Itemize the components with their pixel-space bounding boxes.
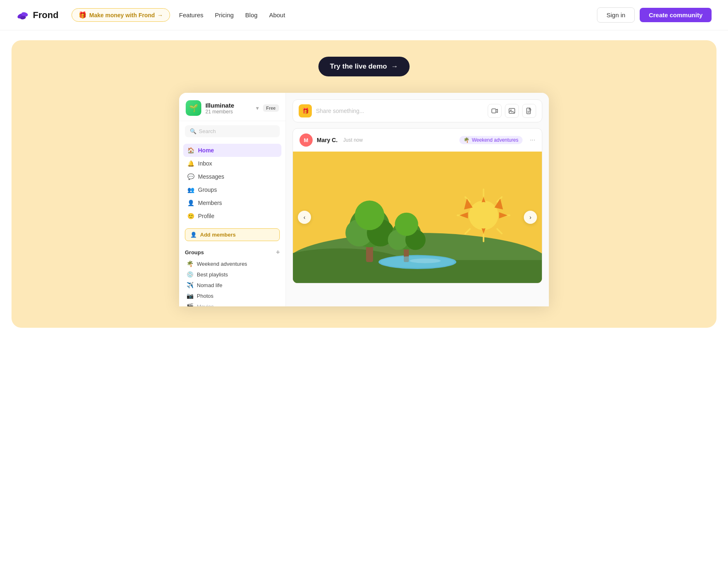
nav-menu: 🏠 Home 🔔 Inbox 💬 Messages 👥 Groups 👤 [179,141,286,225]
sidebar: 🌱 Illuminate 21 members ▾ Free 🔍 Search … [179,93,286,306]
share-bar: 🎁 Share something... [293,99,542,122]
carousel-prev-button[interactable]: ‹ [298,211,311,224]
image-icon [509,108,515,114]
logo: Frond [16,9,58,22]
try-demo-button[interactable]: Try the live demo → [318,57,410,76]
brand-name: Frond [33,10,58,21]
video-icon [491,108,498,114]
dropdown-icon[interactable]: ▾ [256,105,259,111]
signin-button[interactable]: Sign in [597,7,635,23]
hero-section: Try the live demo → 🌱 Illuminate 21 memb… [12,40,716,328]
search-wrap[interactable]: 🔍 Search [185,125,280,137]
nav-pricing[interactable]: Pricing [215,12,234,18]
svg-point-39 [470,202,497,228]
search-icon: 🔍 [190,128,196,134]
profile-icon: 🙂 [187,213,194,219]
create-community-button[interactable]: Create community [640,8,712,22]
nav-item-members-label: Members [198,200,222,206]
group-emoji-playlists: 💿 [187,271,194,278]
community-avatar: 🌱 [186,100,201,116]
file-icon [526,108,532,114]
add-members-label: Add members [200,232,236,238]
messages-icon: 💬 [187,173,194,180]
group-item-playlists[interactable]: 💿 Best playlists [185,269,280,280]
promo-emoji: 🎁 [78,11,87,19]
post-author: Mary C. [317,137,338,143]
post-header: M Mary C. Just now 🌴 Weekend adventures … [293,129,542,152]
home-icon: 🏠 [187,147,194,154]
group-emoji-movies: 🎬 [187,303,194,306]
nav-item-groups[interactable]: 👥 Groups [183,183,281,196]
nav-features[interactable]: Features [179,12,203,18]
group-emoji-photos: 📷 [187,292,194,299]
group-label-movies: Movies [197,304,214,307]
nav-about[interactable]: About [269,12,285,18]
frond-logo-icon [16,9,30,22]
group-item-weekend[interactable]: 🌴 Weekend adventures [185,258,280,269]
free-badge: Free [263,104,279,112]
carousel-next-button[interactable]: › [524,211,537,224]
sidebar-search: 🔍 Search [179,121,286,141]
nature-scene-svg [293,152,542,283]
try-demo-label: Try the live demo [330,62,387,71]
nav-actions: Sign in Create community [597,7,712,23]
community-name: Illuminate [205,102,252,109]
members-icon: 👤 [187,200,194,206]
community-members: 21 members [205,109,252,115]
group-item-nomad[interactable]: ✈️ Nomad life [185,280,280,290]
try-demo-arrow: → [391,62,398,71]
post-tag[interactable]: 🌴 Weekend adventures [459,136,522,144]
share-file-button[interactable] [522,104,536,118]
nav-item-home-label: Home [198,147,214,154]
nav-item-profile-label: Profile [198,213,214,219]
svg-point-41 [410,258,441,263]
group-label-photos: Photos [197,293,213,299]
nav-item-inbox[interactable]: 🔔 Inbox [183,157,281,170]
nav-blog[interactable]: Blog [245,12,258,18]
share-actions [488,104,536,118]
post-card: M Mary C. Just now 🌴 Weekend adventures … [293,128,542,283]
group-label-playlists: Best playlists [197,271,228,278]
group-label-nomad: Nomad life [197,282,222,288]
svg-point-18 [355,200,385,230]
share-video-button[interactable] [488,104,502,118]
groups-header: Groups + [185,248,280,256]
groups-icon: 👥 [187,186,194,193]
svg-point-5 [510,110,511,111]
group-label-weekend: Weekend adventures [197,261,247,267]
share-avatar: 🎁 [299,104,312,117]
share-image-button[interactable] [505,104,519,118]
nav-item-messages-label: Messages [198,173,224,180]
nav-item-members[interactable]: 👤 Members [183,196,281,209]
groups-title: Groups [185,249,204,255]
promo-text: Make money with Frond [89,12,154,18]
sidebar-header: 🌱 Illuminate 21 members ▾ Free [179,93,286,121]
group-emoji-weekend: 🌴 [187,260,194,267]
promo-banner[interactable]: 🎁 Make money with Frond → [71,8,170,22]
nav-links: Features Pricing Blog About [179,12,592,18]
group-item-photos[interactable]: 📷 Photos [185,290,280,301]
post-avatar: M [299,133,313,147]
svg-point-23 [395,213,418,236]
groups-section: Groups + 🌴 Weekend adventures 💿 Best pla… [179,244,286,306]
post-menu-button[interactable]: ··· [530,136,535,144]
community-info: Illuminate 21 members [205,102,252,115]
group-item-movies[interactable]: 🎬 Movies [185,301,280,306]
inbox-icon: 🔔 [187,160,194,167]
nav-item-profile[interactable]: 🙂 Profile [183,209,281,223]
post-time: Just now [343,137,363,143]
promo-arrow: → [157,12,163,18]
share-input[interactable]: Share something... [316,108,484,114]
navbar: Frond 🎁 Make money with Frond → Features… [0,0,728,30]
add-members-button[interactable]: 👤 Add members [185,228,280,241]
nav-item-messages[interactable]: 💬 Messages [183,170,281,183]
groups-add-button[interactable]: + [276,248,280,256]
main-content: 🎁 Share something... [286,93,549,306]
nav-item-home[interactable]: 🏠 Home [183,144,281,157]
add-members-icon: 👤 [190,232,197,238]
app-mockup: 🌱 Illuminate 21 members ▾ Free 🔍 Search … [179,93,549,306]
group-emoji-nomad: ✈️ [187,282,194,288]
svg-rect-3 [492,109,496,113]
nav-item-groups-label: Groups [198,186,217,193]
post-image: ‹ › [293,152,542,283]
